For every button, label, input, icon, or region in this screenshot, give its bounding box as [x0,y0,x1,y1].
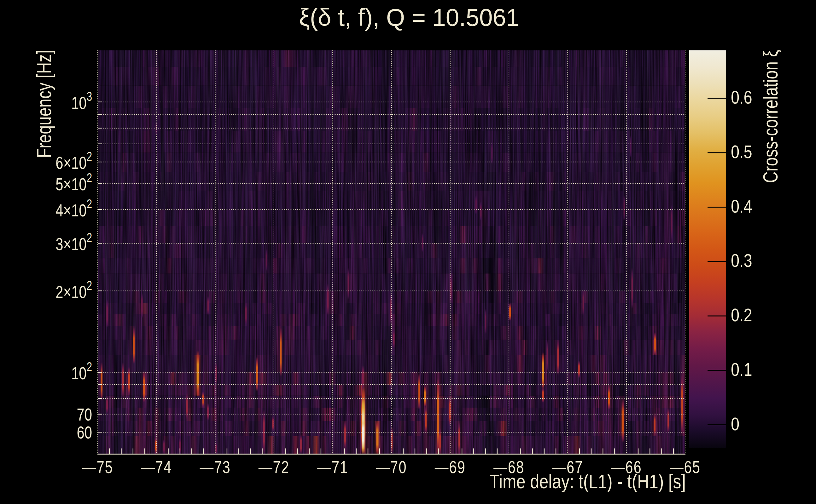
svg-text:Cross-correlation ξ: Cross-correlation ξ [759,50,782,183]
svg-text:60: 60 [77,423,92,442]
svg-text:—73: —73 [200,457,231,477]
svg-text:70: 70 [77,405,92,424]
svg-text:0.1: 0.1 [731,359,752,380]
svg-text:3×102: 3×102 [55,231,92,254]
svg-text:ξ(δ t, f), Q = 10.5061: ξ(δ t, f), Q = 10.5061 [299,3,519,31]
svg-text:0.5: 0.5 [731,142,752,162]
svg-text:—75: —75 [82,457,113,477]
svg-text:—69: —69 [435,457,466,477]
svg-text:0.6: 0.6 [731,87,752,107]
svg-text:0.2: 0.2 [731,305,752,325]
svg-text:0.3: 0.3 [731,250,752,271]
svg-text:4×102: 4×102 [55,197,92,221]
svg-text:—74: —74 [141,457,172,477]
svg-text:—72: —72 [259,457,290,477]
svg-text:Frequency [Hz]: Frequency [Hz] [32,50,55,158]
svg-text:0: 0 [731,414,739,434]
svg-text:2×102: 2×102 [55,278,92,302]
svg-text:—70: —70 [376,457,407,477]
svg-text:Time delay: t(L1) - t(H1) [s]: Time delay: t(L1) - t(H1) [s] [489,470,686,492]
svg-text:0.4: 0.4 [731,196,752,216]
svg-text:5×102: 5×102 [55,171,92,194]
svg-text:6×102: 6×102 [55,149,92,173]
svg-text:—71: —71 [317,457,348,477]
